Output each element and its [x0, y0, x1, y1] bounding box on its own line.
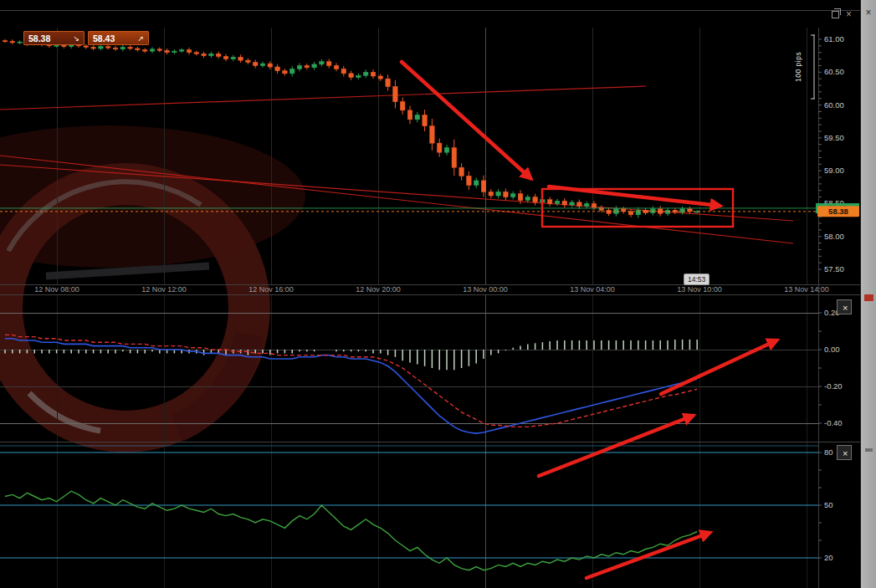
strip-close-icon[interactable]: × — [861, 7, 876, 18]
svg-text:58.00: 58.00 — [824, 232, 844, 241]
rsi-panel — [0, 446, 818, 570]
price-axis[interactable]: 61.0060.5060.0059.5059.0058.5058.0057.50… — [818, 34, 844, 562]
svg-text:61.00: 61.00 — [824, 34, 844, 43]
crosshair-time-tooltip: 14:53 — [684, 274, 710, 285]
svg-text:60.00: 60.00 — [824, 100, 844, 110]
svg-text:50: 50 — [824, 500, 833, 509]
svg-text:13 Nov 04:00: 13 Nov 04:00 — [570, 285, 615, 294]
time-axis[interactable]: 12 Nov 08:0012 Nov 12:0012 Nov 16:0012 N… — [34, 285, 829, 294]
svg-text:13 Nov 00:00: 13 Nov 00:00 — [463, 285, 508, 294]
svg-text:12 Nov 20:00: 12 Nov 20:00 — [356, 285, 401, 294]
svg-text:0.00: 0.00 — [824, 345, 840, 354]
svg-text:12 Nov 08:00: 12 Nov 08:00 — [34, 285, 79, 294]
svg-text:20: 20 — [824, 553, 833, 562]
pips-measure-bracket — [811, 35, 815, 99]
price-tags: 58.4358.38 — [816, 203, 859, 217]
window-controls: × — [832, 10, 852, 18]
app-root: 61.0060.5060.0059.5059.0058.5058.0057.50… — [0, 0, 876, 588]
svg-text:57.50: 57.50 — [824, 264, 844, 274]
sell-arrow-icon: ↘ — [73, 34, 79, 43]
broker-watermark — [0, 125, 305, 432]
svg-text:-0.20: -0.20 — [824, 381, 843, 391]
svg-text:13 Nov 14:00: 13 Nov 14:00 — [784, 285, 829, 294]
drawing-annotations[interactable] — [402, 62, 776, 578]
sell-price-label: 58.38 — [28, 33, 50, 43]
panel-separators — [0, 10, 860, 588]
strip-red-marker — [864, 294, 873, 301]
restore-window-icon[interactable] — [832, 11, 839, 18]
pips-measure-label: 100 pips — [794, 35, 805, 99]
sell-button[interactable]: 58.38 ↘ — [23, 31, 85, 45]
side-scroll-strip[interactable]: × — [860, 0, 876, 588]
buy-price-label: 58.43 — [93, 33, 115, 43]
svg-text:12 Nov 16:00: 12 Nov 16:00 — [248, 285, 294, 294]
grid-lines — [57, 28, 807, 588]
svg-text:13 Nov 10:00: 13 Nov 10:00 — [677, 285, 722, 294]
chart-canvas[interactable]: 61.0060.5060.0059.5059.0058.5058.0057.50… — [0, 0, 860, 588]
svg-text:-0.40: -0.40 — [824, 418, 843, 427]
svg-text:12 Nov 12:00: 12 Nov 12:00 — [141, 285, 187, 294]
macd-close-button[interactable]: × — [837, 299, 852, 314]
buy-arrow-icon: ↗ — [137, 34, 144, 43]
svg-text:59.50: 59.50 — [824, 133, 844, 142]
rsi-close-button[interactable]: × — [837, 445, 852, 460]
close-window-icon[interactable]: × — [846, 10, 852, 18]
chart-window: 61.0060.5060.0059.5059.0058.5058.0057.50… — [0, 0, 860, 588]
buy-button[interactable]: 58.43 ↗ — [88, 31, 149, 45]
quick-trade-panel: 58.38 ↘ 58.43 ↗ — [23, 31, 149, 45]
svg-text:60.50: 60.50 — [824, 67, 844, 76]
svg-text:58.38: 58.38 — [828, 207, 848, 216]
strip-dark-marker — [865, 448, 873, 452]
svg-text:59.00: 59.00 — [824, 166, 844, 175]
svg-text:80: 80 — [824, 447, 833, 457]
